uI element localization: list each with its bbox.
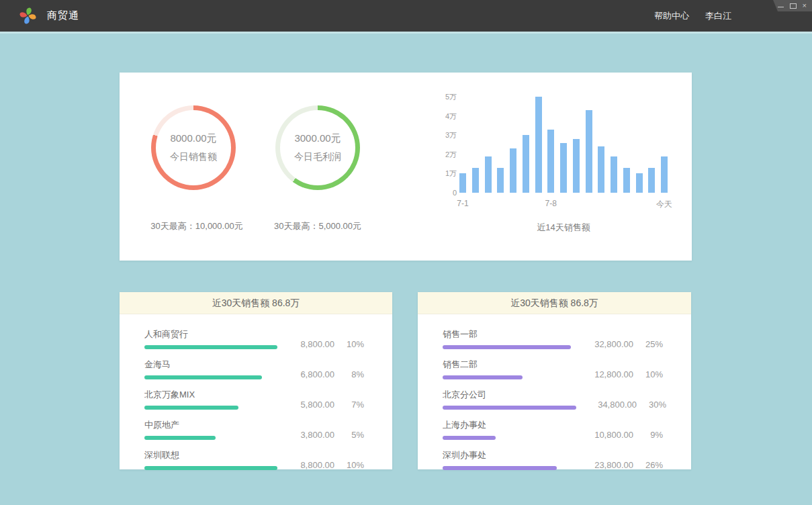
x-tick-label: 7-1 xyxy=(457,199,468,208)
app-logo-pinwheel-icon xyxy=(19,7,37,25)
rank-row-amount: 32,800.00 xyxy=(573,339,633,349)
user-menu[interactable]: 李白江 xyxy=(705,10,731,22)
today-sales-value: 8000.00元 xyxy=(170,132,216,145)
rank-row-left: 金海马 xyxy=(144,359,282,379)
rank-row-values: 6,800.008% xyxy=(282,369,364,379)
rank-row: 销售一部32,800.0025% xyxy=(443,328,663,349)
rank-row-bar xyxy=(443,436,496,440)
sales-bar xyxy=(510,148,516,193)
rank-row-left: 中原地产 xyxy=(144,419,282,440)
today-sales-caption: 今日销售额 xyxy=(170,151,217,163)
title-bar: 商贸通 帮助中心 李白江 × xyxy=(0,0,812,32)
sales-bar xyxy=(648,168,655,193)
rank-row-bar xyxy=(144,406,238,410)
sales-bar xyxy=(586,110,592,193)
today-sales-donut-center: 8000.00元 今日销售额 xyxy=(156,110,231,185)
rank-row: 金海马6,800.008% xyxy=(144,359,364,379)
today-profit-donut: 3000.00元 今日毛利润 xyxy=(275,105,360,190)
rank-row-values: 8,800.0010% xyxy=(282,460,364,470)
rank-row-label: 金海马 xyxy=(144,359,282,371)
profit-30day-high: 30天最高：5,000.00元 xyxy=(244,220,392,232)
maximize-icon[interactable] xyxy=(790,3,797,9)
app-title: 商贸通 xyxy=(47,9,79,22)
overview-card: 8000.00元 今日销售额 30天最高：10,000.00元 3000.00元… xyxy=(120,73,692,261)
rank-row-values: 8,800.0010% xyxy=(282,339,364,349)
y-tick-label: 3万 xyxy=(428,130,457,140)
y-tick-label: 4万 xyxy=(428,111,457,122)
x-tick-label: 今天 xyxy=(656,199,672,210)
rank-row-percent: 9% xyxy=(633,430,663,440)
rank-row-bar xyxy=(144,375,262,379)
y-tick-label: 5万 xyxy=(428,91,457,102)
rank-row-percent: 25% xyxy=(633,339,663,349)
sales-bar xyxy=(598,146,604,193)
rank-row-label: 深圳办事处 xyxy=(443,449,573,461)
rank-row-values: 3,800.005% xyxy=(282,430,364,440)
rank-row-bar xyxy=(443,345,571,349)
today-sales-donut: 8000.00元 今日销售额 xyxy=(151,105,236,190)
y-tick-label: 0 xyxy=(428,187,457,198)
rank-row-label: 上海办事处 xyxy=(443,419,573,431)
rank-row-percent: 8% xyxy=(334,369,364,379)
rank-row-amount: 5,800.00 xyxy=(282,400,334,410)
rank-row-percent: 5% xyxy=(334,430,364,440)
rank-row-values: 32,800.0025% xyxy=(573,339,663,349)
rank-row-label: 人和商贸行 xyxy=(144,328,282,340)
rank-row-left: 销售一部 xyxy=(443,328,573,349)
today-profit-caption: 今日毛利润 xyxy=(294,151,341,163)
rank-row-percent: 26% xyxy=(633,460,663,470)
chart-plot-area xyxy=(459,97,668,193)
rank-row: 销售二部12,800.0010% xyxy=(443,359,663,379)
rank-row-values: 10,800.009% xyxy=(573,430,663,440)
sales-bar xyxy=(497,168,504,193)
sales-bar xyxy=(560,143,567,193)
rank-row-label: 北京分公司 xyxy=(443,389,576,401)
rank-row-left: 上海办事处 xyxy=(443,419,573,440)
rank-row-label: 销售二部 xyxy=(443,359,573,371)
sales-bar xyxy=(472,168,479,193)
help-center-link[interactable]: 帮助中心 xyxy=(654,10,689,22)
rank-row-percent: 10% xyxy=(334,460,364,470)
rank-row-amount: 6,800.00 xyxy=(282,369,334,379)
today-profit-donut-center: 3000.00元 今日毛利润 xyxy=(280,110,355,185)
sales-bar xyxy=(535,97,542,193)
department-rank-list: 销售一部32,800.0025%销售二部12,800.0010%北京分公司34,… xyxy=(418,314,691,470)
sales-bar xyxy=(459,173,466,193)
chart-title: 近14天销售额 xyxy=(459,222,668,234)
rank-row: 北京万象MIX5,800.007% xyxy=(144,389,364,410)
sales-bar xyxy=(547,130,554,193)
department-rank-header: 近30天销售额 86.8万 xyxy=(418,292,691,314)
x-tick-label: 7-8 xyxy=(545,199,557,208)
sales-bar xyxy=(485,156,492,193)
rank-row-bar xyxy=(144,466,277,470)
rank-row-bar xyxy=(443,406,576,410)
rank-row-values: 23,800.0026% xyxy=(573,460,663,470)
department-rank-card: 近30天销售额 86.8万 销售一部32,800.0025%销售二部12,800… xyxy=(418,292,691,469)
sales-bar xyxy=(573,139,580,193)
rank-row-label: 北京万象MIX xyxy=(144,389,282,401)
rank-row-values: 34,800.0030% xyxy=(576,400,666,410)
minimize-icon[interactable] xyxy=(778,7,784,7)
sales-bar xyxy=(611,156,617,193)
rank-row-amount: 12,800.00 xyxy=(573,369,633,379)
rank-row: 北京分公司34,800.0030% xyxy=(443,389,663,410)
rank-row-left: 深圳办事处 xyxy=(443,449,573,470)
close-icon[interactable]: × xyxy=(803,2,807,9)
customer-rank-list: 人和商贸行8,800.0010%金海马6,800.008%北京万象MIX5,80… xyxy=(120,314,392,470)
sales-14day-bar-chart: 5万4万3万2万1万0 7-17-8今天 近14天销售额 xyxy=(428,91,684,252)
window-controls: × xyxy=(773,0,812,11)
rank-row-label: 中原地产 xyxy=(144,419,282,431)
rank-row: 中原地产3,800.005% xyxy=(144,419,364,440)
rank-row-bar xyxy=(144,436,216,440)
rank-row: 上海办事处10,800.009% xyxy=(443,419,663,440)
sales-bar xyxy=(636,173,643,193)
rank-row: 人和商贸行8,800.0010% xyxy=(144,328,364,349)
rank-row-values: 5,800.007% xyxy=(282,400,364,410)
sales-bar xyxy=(623,168,630,193)
rank-row-left: 北京分公司 xyxy=(443,389,576,410)
y-tick-label: 2万 xyxy=(428,149,457,160)
rank-row: 深圳办事处23,800.0026% xyxy=(443,449,663,470)
rank-row-amount: 10,800.00 xyxy=(573,430,633,440)
rank-row-values: 12,800.0010% xyxy=(573,369,663,379)
rank-row-bar xyxy=(443,375,523,379)
